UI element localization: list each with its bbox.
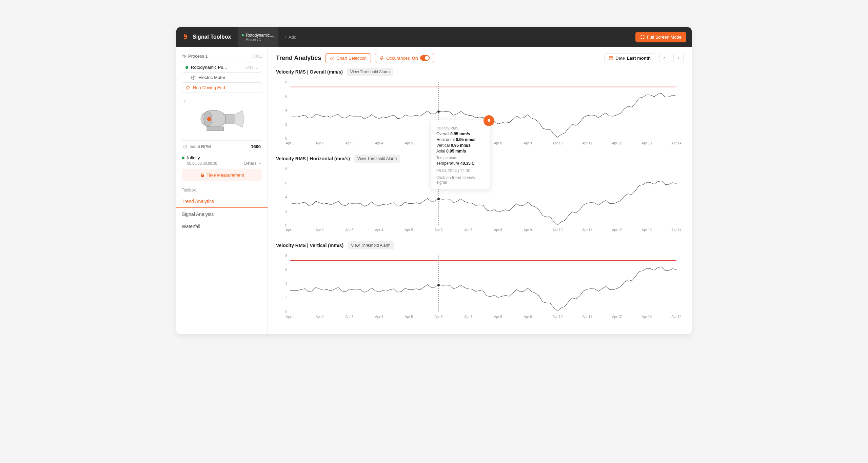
svg-text:8: 8 [285,80,287,84]
date-label: Date [615,56,625,61]
main-header: Trend Analytics Chart Selection Occuranc… [276,53,684,63]
calendar-icon [609,56,613,60]
fullscreen-button[interactable]: Full Screen Mode [635,32,686,42]
view-threshold-button[interactable]: View Threshold Alarm [347,68,393,76]
svg-text:Apr 2: Apr 2 [316,315,324,319]
chart-selection-button[interactable]: Chart Selection [325,53,371,63]
svg-text:Apr 1: Apr 1 [286,141,294,145]
rpm-row: Initial RPM 1600 [182,140,262,153]
date-prev-button[interactable]: ‹ [659,53,669,63]
svg-text:6: 6 [285,268,287,272]
tree-child-nde[interactable]: Non Driving End [182,83,262,93]
date-next-button[interactable]: › [673,53,684,63]
tree-root-label: Rotodynamic Pu... [191,65,227,70]
date-value: Last month [627,56,651,61]
svg-text:8: 8 [285,254,287,258]
tree-child-motor[interactable]: Electric Motor [182,73,262,83]
svg-text:Apr 14: Apr 14 [671,141,682,145]
svg-text:Apr 1: Apr 1 [286,228,294,232]
tab-subtitle: Process 1 [242,38,274,41]
svg-text:4: 4 [285,108,287,112]
chart-title: Velocity RMS | Overall (mm/s) [276,69,343,75]
tab-active[interactable]: Rotodynamic... Process 1 × [238,27,278,47]
chart-selection-label: Chart Selection [336,56,367,61]
svg-text:2: 2 [285,123,287,126]
app-title: Signal Toolbox [193,34,231,40]
cube-icon [191,75,196,80]
svg-text:Apr 1: Apr 1 [286,315,294,319]
main-content: Trend Analytics Chart Selection Occuranc… [268,47,692,334]
plus-icon: + [284,35,287,40]
svg-text:Apr 5: Apr 5 [405,141,413,145]
take-measurement-button[interactable]: Take Measurement [182,169,262,181]
chart-canvas[interactable]: 02468Apr 1Apr 2Apr 3Apr 4Apr 5Apr 6Apr 7… [276,252,684,320]
svg-text:Apr 11: Apr 11 [582,315,592,319]
svg-point-3 [207,117,211,121]
details-link[interactable]: Details → [244,161,262,166]
svg-text:Apr 7: Apr 7 [464,228,472,232]
view-threshold-button[interactable]: View Threshold Alarm [354,155,400,163]
toolbox-section-label: Toolbox [176,181,268,195]
toggle-switch[interactable] [420,55,430,61]
svg-text:Apr 3: Apr 3 [345,228,353,232]
svg-rect-1 [225,115,234,123]
add-tab-label: Add [289,35,296,40]
infinity-row: Infinity [182,153,262,161]
chart-title: Velocity RMS | Horizontal (mm/s) [276,156,350,161]
status-dot-icon [242,34,244,36]
arrow-right-icon: → [258,161,262,166]
fullscreen-label: Full Screen Mode [647,35,682,40]
process-id: #001 [252,54,262,59]
svg-text:0: 0 [285,223,287,227]
fullscreen-icon [640,35,645,39]
occurances-toggle[interactable]: Occurances On [375,53,434,63]
svg-text:Apr 9: Apr 9 [524,141,532,145]
svg-text:Apr 10: Apr 10 [552,141,563,145]
svg-text:Apr 5: Apr 5 [405,228,413,232]
chart-vertical: Velocity RMS | Vertical (mm/s) View Thre… [276,241,684,321]
occurances-state: On [412,56,418,61]
app-window: Signal Toolbox Rotodynamic... Process 1 … [176,27,692,334]
svg-rect-6 [609,57,613,60]
svg-text:Apr 14: Apr 14 [671,315,682,319]
gauge-icon [183,144,188,149]
svg-text:Apr 8: Apr 8 [494,141,502,145]
process-header: Process 1 #001 [182,52,262,62]
svg-text:2: 2 [285,296,287,300]
header-bar: Signal Toolbox Rotodynamic... Process 1 … [176,27,692,47]
svg-text:4: 4 [285,195,287,199]
expand-icon[interactable]: ⤢ [183,99,186,104]
svg-text:Apr 12: Apr 12 [612,228,622,232]
svg-text:4: 4 [285,282,287,286]
tooltip-section-label: Temperature [436,156,484,160]
tooltip-hint: Click on trend to view signal [436,175,484,185]
date-picker[interactable]: Date Last month [604,53,655,63]
nav-waterfall[interactable]: Waterfall [176,220,268,233]
tree-child-label: Electric Motor [198,75,225,80]
add-tab-button[interactable]: + Add [278,35,302,40]
svg-text:Apr 10: Apr 10 [552,315,563,319]
svg-point-57 [437,284,440,286]
svg-text:Apr 6: Apr 6 [435,228,443,232]
chart-icon [330,56,334,60]
app-logo: Signal Toolbox [182,33,238,41]
status-dot-icon [182,157,184,159]
close-icon[interactable]: × [273,34,276,40]
view-threshold-button[interactable]: View Threshold Alarm [348,241,394,249]
tab-title: Rotodynamic... [246,33,273,38]
rpm-value: 1600 [251,144,261,149]
svg-text:Apr 13: Apr 13 [642,228,652,232]
sidebar: Process 1 #001 Rotodynamic Pu... #243 ⌄ [176,47,268,334]
chart-title: Velocity RMS | Vertical (mm/s) [276,243,343,248]
page-title: Trend Analytics [276,55,321,62]
svg-text:Apr 8: Apr 8 [494,228,502,232]
svg-text:Apr 12: Apr 12 [612,141,622,145]
occurance-badge[interactable]: 6 [484,115,494,126]
svg-text:Apr 2: Apr 2 [316,228,324,232]
occurances-label: Occurances [386,56,410,61]
svg-text:Apr 2: Apr 2 [316,141,324,145]
nav-signal-analysis[interactable]: Signal Analysis [176,208,268,220]
nav-trend-analytics[interactable]: Trend Analytics [176,195,268,208]
svg-text:Apr 5: Apr 5 [405,315,413,319]
tree-root[interactable]: Rotodynamic Pu... #243 ⌄ [182,62,262,73]
